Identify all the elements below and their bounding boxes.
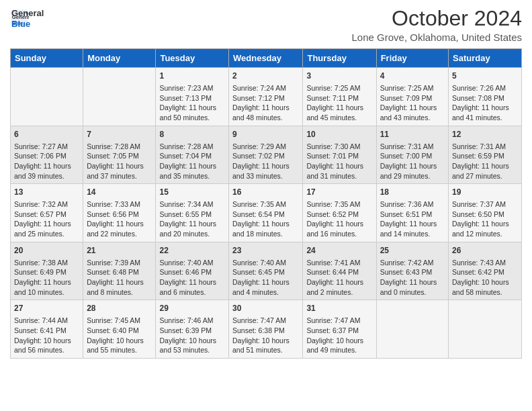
sunrise-text: Sunrise: 7:46 AM: [159, 316, 213, 324]
calendar-cell: 26Sunrise: 7:43 AMSunset: 6:42 PMDayligh…: [449, 242, 522, 300]
logo-blue: Blue: [11, 19, 44, 30]
sunrise-text: Sunrise: 7:38 AM: [14, 259, 68, 267]
calendar-cell: 12Sunrise: 7:31 AMSunset: 6:59 PMDayligh…: [449, 126, 522, 184]
daylight-text: Daylight: 11 hours and 31 minutes.: [306, 162, 363, 180]
day-number: 7: [87, 129, 152, 140]
sunrise-text: Sunrise: 7:40 AM: [232, 259, 286, 267]
daylight-text: Daylight: 11 hours and 27 minutes.: [452, 162, 509, 180]
daylight-text: Daylight: 11 hours and 14 minutes.: [380, 220, 437, 238]
day-number: 17: [306, 187, 372, 198]
sunset-text: Sunset: 6:52 PM: [306, 210, 359, 218]
calendar-week-row: 1Sunrise: 7:23 AMSunset: 7:13 PMDaylight…: [11, 68, 522, 126]
daylight-text: Daylight: 11 hours and 10 minutes.: [14, 278, 71, 296]
calendar-cell: 23Sunrise: 7:40 AMSunset: 6:45 PMDayligh…: [229, 242, 303, 300]
day-number: 20: [14, 245, 79, 257]
day-number: 9: [232, 129, 299, 140]
calendar-cell: 29Sunrise: 7:46 AMSunset: 6:39 PMDayligh…: [156, 300, 229, 359]
day-number: 3: [306, 71, 372, 82]
calendar-cell: 17Sunrise: 7:35 AMSunset: 6:52 PMDayligh…: [303, 184, 376, 242]
day-number: 16: [232, 187, 299, 198]
day-number: 30: [232, 303, 299, 314]
sunset-text: Sunset: 6:38 PM: [232, 326, 285, 334]
calendar-cell: 30Sunrise: 7:47 AMSunset: 6:38 PMDayligh…: [229, 300, 303, 359]
sunset-text: Sunset: 7:05 PM: [87, 152, 139, 160]
calendar-cell: 18Sunrise: 7:36 AMSunset: 6:51 PMDayligh…: [376, 184, 448, 242]
day-number: 31: [306, 303, 372, 314]
logo: General Blue General Blue: [10, 7, 44, 29]
sunset-text: Sunset: 6:46 PM: [159, 268, 212, 276]
sunrise-text: Sunrise: 7:43 AM: [452, 259, 506, 267]
calendar-week-row: 6Sunrise: 7:27 AMSunset: 7:06 PMDaylight…: [11, 126, 522, 184]
daylight-text: Daylight: 10 hours and 56 minutes.: [14, 336, 71, 355]
sunset-text: Sunset: 7:12 PM: [232, 94, 285, 102]
logo-general: General: [11, 8, 44, 19]
sunset-text: Sunset: 6:43 PM: [380, 268, 433, 276]
sunrise-text: Sunrise: 7:36 AM: [380, 200, 434, 208]
calendar-cell: 3Sunrise: 7:25 AMSunset: 7:11 PMDaylight…: [303, 68, 376, 126]
day-number: 28: [87, 303, 152, 314]
daylight-text: Daylight: 11 hours and 22 minutes.: [87, 220, 144, 238]
sunset-text: Sunset: 7:01 PM: [306, 152, 359, 160]
page-container: General Blue General Blue October 2024 L…: [10, 7, 522, 359]
sunrise-text: Sunrise: 7:33 AM: [87, 200, 140, 208]
daylight-text: Daylight: 11 hours and 8 minutes.: [87, 278, 144, 296]
calendar-cell: 5Sunrise: 7:26 AMSunset: 7:08 PMDaylight…: [449, 68, 522, 126]
daylight-text: Daylight: 11 hours and 29 minutes.: [380, 162, 437, 180]
sunrise-text: Sunrise: 7:23 AM: [159, 84, 213, 92]
main-title: October 2024: [352, 7, 522, 30]
calendar-cell: 9Sunrise: 7:29 AMSunset: 7:02 PMDaylight…: [229, 126, 303, 184]
calendar-cell: 19Sunrise: 7:37 AMSunset: 6:50 PMDayligh…: [449, 184, 522, 242]
day-header-thursday: Thursday: [303, 49, 376, 68]
calendar-cell: 27Sunrise: 7:44 AMSunset: 6:41 PMDayligh…: [11, 300, 83, 359]
daylight-text: Daylight: 11 hours and 2 minutes.: [306, 278, 363, 296]
calendar-cell: [376, 300, 448, 359]
sunrise-text: Sunrise: 7:47 AM: [306, 316, 360, 324]
daylight-text: Daylight: 10 hours and 51 minutes.: [232, 336, 290, 355]
daylight-text: Daylight: 11 hours and 37 minutes.: [87, 162, 144, 180]
calendar-week-row: 13Sunrise: 7:32 AMSunset: 6:57 PMDayligh…: [11, 184, 522, 242]
calendar-cell: 15Sunrise: 7:34 AMSunset: 6:55 PMDayligh…: [156, 184, 229, 242]
sunrise-text: Sunrise: 7:42 AM: [380, 259, 434, 267]
sunset-text: Sunset: 7:00 PM: [380, 152, 433, 160]
sunset-text: Sunset: 7:04 PM: [159, 152, 212, 160]
daylight-text: Daylight: 11 hours and 4 minutes.: [232, 278, 290, 296]
day-number: 19: [452, 187, 518, 198]
day-header-wednesday: Wednesday: [229, 49, 303, 68]
calendar-week-row: 27Sunrise: 7:44 AMSunset: 6:41 PMDayligh…: [11, 300, 522, 359]
daylight-text: Daylight: 11 hours and 43 minutes.: [380, 103, 437, 122]
day-number: 25: [380, 245, 445, 257]
daylight-text: Daylight: 11 hours and 39 minutes.: [14, 162, 71, 180]
sunrise-text: Sunrise: 7:28 AM: [159, 142, 213, 150]
sunrise-text: Sunrise: 7:32 AM: [14, 200, 68, 208]
day-number: 1: [159, 71, 225, 82]
day-number: 15: [159, 187, 225, 198]
sunrise-text: Sunrise: 7:29 AM: [232, 142, 286, 150]
sunset-text: Sunset: 6:42 PM: [452, 268, 504, 276]
calendar-cell: [449, 300, 522, 359]
sunrise-text: Sunrise: 7:25 AM: [306, 84, 360, 92]
daylight-text: Daylight: 11 hours and 41 minutes.: [452, 103, 509, 122]
sunrise-text: Sunrise: 7:37 AM: [452, 200, 506, 208]
daylight-text: Daylight: 10 hours and 49 minutes.: [306, 336, 363, 355]
sunset-text: Sunset: 6:57 PM: [14, 210, 66, 218]
sunset-text: Sunset: 6:45 PM: [232, 268, 285, 276]
day-number: 8: [159, 129, 225, 140]
sunset-text: Sunset: 6:49 PM: [14, 268, 66, 276]
sunset-text: Sunset: 6:59 PM: [452, 152, 504, 160]
daylight-text: Daylight: 11 hours and 48 minutes.: [232, 103, 290, 122]
day-number: 13: [14, 187, 79, 198]
daylight-text: Daylight: 11 hours and 16 minutes.: [306, 220, 363, 238]
calendar-cell: 24Sunrise: 7:41 AMSunset: 6:44 PMDayligh…: [303, 242, 376, 300]
daylight-text: Daylight: 11 hours and 12 minutes.: [452, 220, 509, 238]
calendar-table: SundayMondayTuesdayWednesdayThursdayFrid…: [10, 48, 522, 359]
calendar-cell: 11Sunrise: 7:31 AMSunset: 7:00 PMDayligh…: [376, 126, 448, 184]
calendar-cell: 1Sunrise: 7:23 AMSunset: 7:13 PMDaylight…: [156, 68, 229, 126]
calendar-cell: 31Sunrise: 7:47 AMSunset: 6:37 PMDayligh…: [303, 300, 376, 359]
sunset-text: Sunset: 6:40 PM: [87, 326, 139, 334]
sunrise-text: Sunrise: 7:34 AM: [159, 200, 213, 208]
sunrise-text: Sunrise: 7:35 AM: [232, 200, 286, 208]
calendar-cell: 25Sunrise: 7:42 AMSunset: 6:43 PMDayligh…: [376, 242, 448, 300]
day-number: 22: [159, 245, 225, 257]
sunset-text: Sunset: 6:50 PM: [452, 210, 504, 218]
calendar-cell: 7Sunrise: 7:28 AMSunset: 7:05 PMDaylight…: [83, 126, 156, 184]
